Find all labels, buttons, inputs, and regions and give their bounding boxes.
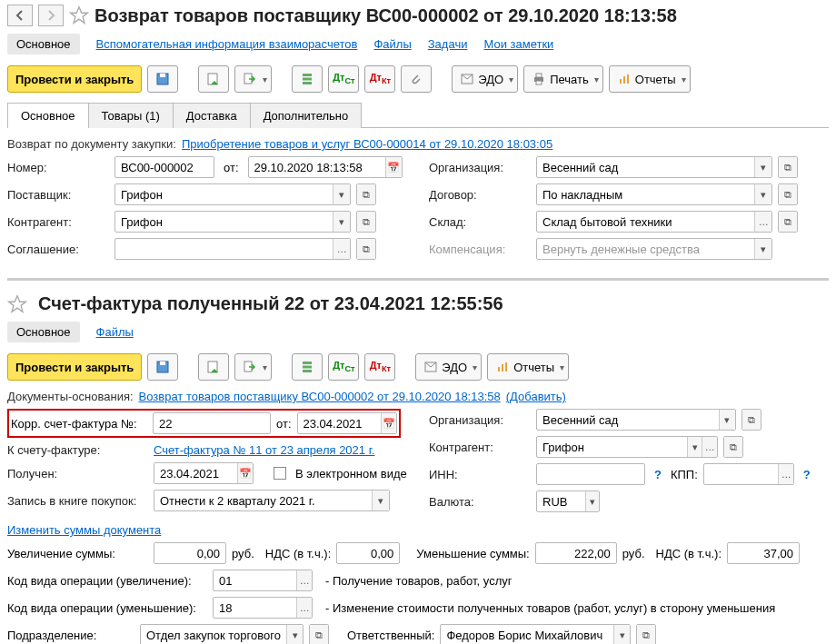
number-input[interactable] (115, 157, 214, 177)
open-icon[interactable]: ⧉ (742, 410, 761, 430)
inc-sum-input[interactable] (154, 543, 225, 563)
responsible-input[interactable] (441, 625, 613, 644)
electronic-checkbox[interactable] (274, 467, 286, 480)
nav-forward-button[interactable] (38, 5, 64, 26)
subtab-extra[interactable]: Дополнительно (250, 103, 363, 128)
ellipsis-icon[interactable]: … (778, 464, 792, 484)
dtkt-dr-button-2[interactable]: ДтCт (328, 353, 359, 381)
org-input-2[interactable] (537, 410, 719, 430)
open-icon[interactable]: ⧉ (357, 239, 375, 259)
kvo-dec-input[interactable] (214, 598, 296, 618)
open-icon[interactable]: ⧉ (357, 212, 375, 232)
contract-input[interactable] (537, 184, 754, 204)
post-close-button-2[interactable]: Провести и закрыть (7, 353, 142, 381)
basis-link[interactable]: Приобретение товаров и услуг ВС00-000014… (182, 137, 552, 151)
subtab-goods[interactable]: Товары (1) (88, 103, 174, 128)
dtkt-dr-button[interactable]: ДтCт (328, 65, 359, 93)
inc-vat-input[interactable] (337, 543, 399, 563)
post-button-2[interactable] (198, 353, 229, 381)
dtkt-kt-button-2[interactable]: ДтКт (364, 353, 395, 381)
chevron-down-icon[interactable]: ▾ (754, 157, 771, 177)
tab-tasks[interactable]: Задачи (428, 37, 468, 51)
org-input[interactable] (537, 157, 754, 177)
chevron-down-icon[interactable]: ▾ (585, 491, 599, 511)
chevron-down-icon[interactable]: ▾ (719, 410, 735, 430)
date-input[interactable] (249, 157, 385, 177)
svg-rect-6 (303, 78, 312, 81)
open-icon[interactable]: ⧉ (779, 212, 797, 232)
chevron-down-icon[interactable]: ▾ (754, 184, 771, 204)
agreement-input[interactable] (115, 239, 333, 259)
chevron-down-icon[interactable]: ▾ (333, 212, 350, 232)
dtkt-kt-button[interactable]: ДтКт (364, 65, 395, 93)
star-icon[interactable] (69, 5, 89, 25)
dec-sum-input[interactable] (536, 543, 616, 563)
subtab-delivery[interactable]: Доставка (173, 103, 251, 128)
calendar-icon[interactable]: 📅 (237, 463, 253, 483)
tab-files[interactable]: Файлы (373, 37, 411, 51)
chevron-down-icon[interactable]: ▾ (333, 184, 350, 204)
calendar-icon[interactable]: 📅 (381, 413, 396, 433)
corr-number-input[interactable] (154, 413, 270, 433)
open-icon[interactable]: ⧉ (310, 625, 328, 644)
basis-add-link[interactable]: (Добавить) (506, 390, 566, 403)
open-icon[interactable]: ⧉ (357, 184, 375, 204)
ellipsis-icon[interactable]: … (296, 570, 312, 590)
star-icon[interactable] (7, 294, 27, 314)
open-icon[interactable]: ⧉ (779, 184, 797, 204)
edo-button[interactable]: ЭДО▾ (452, 65, 518, 93)
kpp-help-icon[interactable]: ? (800, 468, 814, 481)
received-date-input[interactable] (154, 463, 237, 483)
tab2-main[interactable]: Основное (7, 322, 80, 342)
chevron-down-icon[interactable]: ▾ (372, 490, 389, 510)
rub-label-2: руб. (622, 547, 645, 560)
attach-button[interactable] (401, 65, 432, 93)
tab-main[interactable]: Основное (7, 34, 80, 54)
inn-input[interactable] (537, 464, 644, 484)
save-button-2[interactable] (147, 353, 178, 381)
reports-button-2[interactable]: Отчеты▾ (487, 353, 569, 381)
corr-date-input[interactable] (298, 413, 381, 433)
print-button[interactable]: Печать▾ (523, 65, 603, 93)
open-icon[interactable]: ⧉ (779, 157, 797, 177)
ellipsis-icon[interactable]: … (754, 212, 771, 232)
tab-aux-info[interactable]: Вспомогательная информация взаиморасчето… (96, 37, 358, 51)
kvo-inc-input[interactable] (214, 570, 296, 590)
save-button[interactable] (147, 65, 178, 93)
book-input[interactable] (154, 490, 372, 510)
chevron-down-icon[interactable]: ▾ (613, 625, 630, 644)
currency-input[interactable] (537, 491, 585, 511)
counterparty-input-2[interactable] (537, 437, 687, 457)
edo-button-2[interactable]: ЭДО▾ (415, 353, 482, 381)
structure-button[interactable] (292, 65, 323, 93)
structure-button-2[interactable] (292, 353, 323, 381)
reports-button[interactable]: Отчеты▾ (609, 65, 691, 93)
ellipsis-icon[interactable]: … (296, 598, 312, 618)
open-icon[interactable]: ⧉ (724, 437, 742, 457)
calendar-icon[interactable]: 📅 (385, 157, 402, 177)
kpp-input[interactable] (704, 464, 779, 484)
inn-help-icon[interactable]: ? (651, 468, 665, 481)
post-close-button[interactable]: Провести и закрыть (7, 65, 142, 93)
toolbar-2: Провести и закрыть ▾ ДтCт ДтКт ЭДО▾ Отче… (7, 353, 829, 381)
change-sums-link[interactable]: Изменить суммы документа (7, 523, 161, 537)
ellipsis-icon[interactable]: … (333, 239, 350, 259)
chevron-down-icon[interactable]: ▾ (286, 625, 303, 644)
to-invoice-link[interactable]: Счет-фактура № 11 от 23 апреля 2021 г. (154, 443, 374, 457)
tab2-files[interactable]: Файлы (96, 325, 134, 339)
dec-vat-input[interactable] (728, 543, 799, 563)
ellipsis-icon[interactable]: … (702, 437, 717, 457)
create-based-button[interactable]: ▾ (234, 65, 272, 93)
tab-notes[interactable]: Мои заметки (483, 37, 553, 51)
dept-input[interactable] (141, 625, 286, 644)
open-icon[interactable]: ⧉ (637, 625, 655, 644)
basis-link-2[interactable]: Возврат товаров поставщику ВС00-000002 о… (139, 390, 501, 403)
nav-back-button[interactable] (7, 5, 33, 26)
create-based-button-2[interactable]: ▾ (234, 353, 272, 381)
post-button[interactable] (198, 65, 229, 93)
supplier-input[interactable] (115, 184, 333, 204)
counterparty-input[interactable] (115, 212, 333, 232)
warehouse-input[interactable] (537, 212, 754, 232)
subtab-main[interactable]: Основное (7, 103, 89, 128)
chevron-down-icon[interactable]: ▾ (687, 437, 702, 457)
